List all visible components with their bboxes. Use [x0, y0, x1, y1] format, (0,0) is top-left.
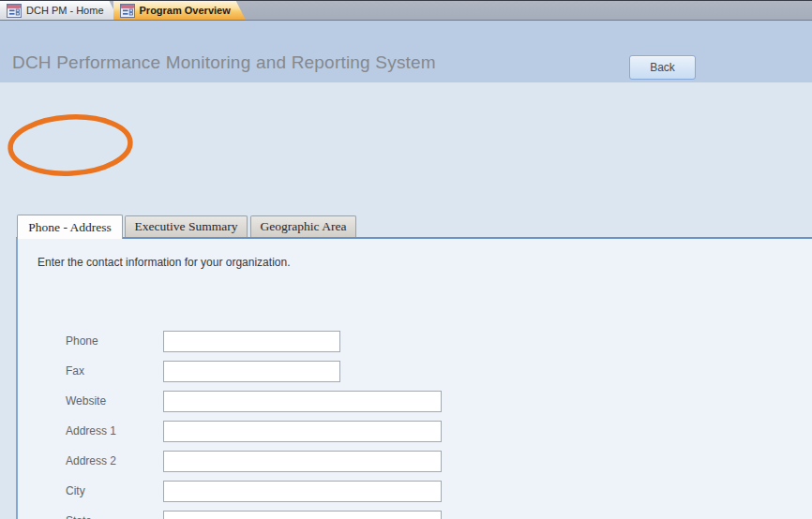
- website-label: Website: [66, 394, 159, 408]
- tab-label: Executive Summary: [135, 219, 238, 234]
- state-input[interactable]: [163, 511, 442, 519]
- city-input[interactable]: [163, 481, 442, 502]
- form-icon: [120, 4, 135, 18]
- doc-tab-program-overview[interactable]: Program Overview: [113, 1, 246, 20]
- tab-geographic-area[interactable]: Geographic Area: [250, 215, 356, 237]
- tab-executive-summary[interactable]: Executive Summary: [125, 215, 248, 237]
- form-icon: [7, 4, 22, 18]
- address1-label: Address 1: [66, 424, 159, 437]
- tab-label: Phone - Address: [28, 220, 112, 235]
- city-label: City: [66, 484, 159, 497]
- phone-label: Phone: [66, 334, 159, 348]
- doc-tab-label: DCH PM - Home: [26, 5, 104, 16]
- form-header: DCH Performance Monitoring and Reporting…: [0, 21, 812, 82]
- tab-phone-address[interactable]: Phone - Address: [17, 215, 123, 239]
- form-body: Phone - Address Executive Summary Geogra…: [0, 82, 812, 519]
- document-tab-bar: DCH PM - Home Program Overview: [0, 0, 812, 21]
- instruction-text: Enter the contact information for your o…: [38, 256, 290, 269]
- back-button[interactable]: Back: [629, 55, 696, 80]
- phone-input[interactable]: [163, 331, 340, 352]
- website-input[interactable]: [163, 391, 442, 412]
- state-label: State: [66, 514, 159, 519]
- address2-label: Address 2: [66, 454, 159, 467]
- doc-tab-dch-pm-home[interactable]: DCH PM - Home: [0, 1, 119, 20]
- address1-input[interactable]: [163, 421, 442, 442]
- fax-input[interactable]: [163, 361, 340, 382]
- phone-address-tab-panel: [16, 237, 812, 519]
- tab-label: Geographic Area: [261, 219, 347, 234]
- doc-tab-label: Program Overview: [140, 5, 231, 16]
- page-title: DCH Performance Monitoring and Reporting…: [12, 52, 436, 73]
- address2-input[interactable]: [163, 451, 442, 472]
- fax-label: Fax: [66, 364, 159, 378]
